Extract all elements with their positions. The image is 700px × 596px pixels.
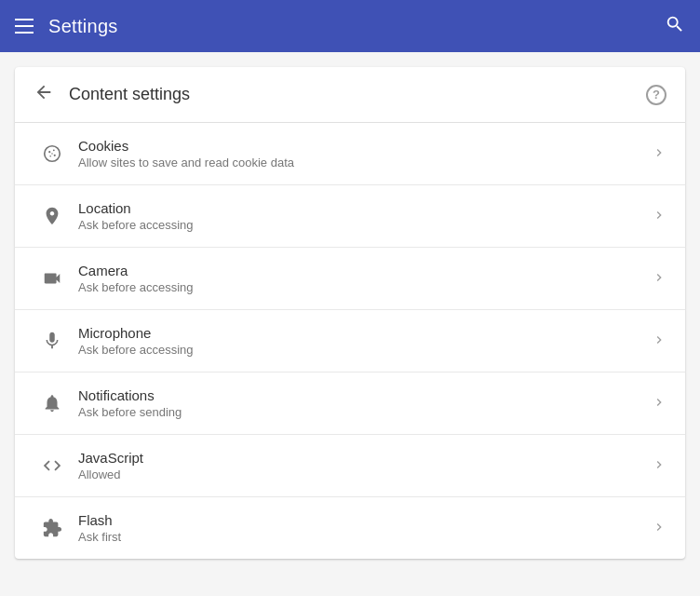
flash-icon <box>34 518 71 538</box>
notifications-icon <box>34 393 71 413</box>
microphone-icon <box>34 331 71 351</box>
javascript-subtitle: Allowed <box>78 467 652 481</box>
javascript-chevron <box>652 457 666 475</box>
location-text: Location Ask before accessing <box>78 200 652 232</box>
camera-icon <box>34 268 71 289</box>
flash-text: Flash Ask first <box>78 512 652 544</box>
search-icon[interactable] <box>665 14 685 39</box>
settings-item-camera[interactable]: Camera Ask before accessing <box>15 248 685 310</box>
notifications-title: Notifications <box>78 387 652 403</box>
camera-text: Camera Ask before accessing <box>78 263 652 294</box>
subheader-left: Content settings <box>34 82 190 107</box>
location-subtitle: Ask before accessing <box>78 218 652 232</box>
javascript-title: JavaScript <box>78 450 652 466</box>
cookies-title: Cookies <box>78 138 652 154</box>
flash-title: Flash <box>78 512 652 528</box>
settings-item-flash[interactable]: Flash Ask first <box>15 497 685 559</box>
settings-item-location[interactable]: Location Ask before accessing <box>15 185 685 248</box>
location-icon <box>34 206 71 226</box>
subheader: Content settings ? <box>15 67 685 123</box>
camera-title: Camera <box>78 263 652 278</box>
menu-icon[interactable] <box>15 19 34 34</box>
content-panel: Content settings ? Cookies Allow sites t… <box>15 67 685 559</box>
camera-subtitle: Ask before accessing <box>78 280 652 294</box>
location-chevron <box>652 208 666 225</box>
svg-point-2 <box>53 149 55 151</box>
svg-point-4 <box>49 156 51 157</box>
microphone-title: Microphone <box>78 325 652 341</box>
cookies-chevron <box>652 145 666 163</box>
notifications-text: Notifications Ask before sending <box>78 387 652 419</box>
subheader-title: Content settings <box>69 85 190 104</box>
microphone-text: Microphone Ask before accessing <box>78 325 652 357</box>
settings-item-cookies[interactable]: Cookies Allow sites to save and read coo… <box>15 123 685 185</box>
settings-item-notifications[interactable]: Notifications Ask before sending <box>15 372 685 435</box>
microphone-subtitle: Ask before accessing <box>78 343 652 357</box>
app-header: Settings <box>0 0 700 52</box>
notifications-chevron <box>652 395 666 413</box>
header-title: Settings <box>48 16 118 37</box>
settings-item-microphone[interactable]: Microphone Ask before accessing <box>15 310 685 372</box>
cookies-icon <box>34 143 71 164</box>
help-icon[interactable]: ? <box>646 85 666 105</box>
microphone-chevron <box>652 332 666 350</box>
notifications-subtitle: Ask before sending <box>78 405 652 419</box>
camera-chevron <box>652 270 666 288</box>
javascript-text: JavaScript Allowed <box>78 450 652 481</box>
header-left: Settings <box>15 16 118 37</box>
flash-subtitle: Ask first <box>78 530 652 544</box>
settings-list: Cookies Allow sites to save and read coo… <box>15 123 685 559</box>
javascript-icon <box>34 455 71 476</box>
flash-chevron <box>652 520 666 537</box>
settings-item-javascript[interactable]: JavaScript Allowed <box>15 435 685 497</box>
cookies-subtitle: Allow sites to save and read cookie data <box>78 156 652 169</box>
back-button[interactable] <box>34 82 54 107</box>
cookies-text: Cookies Allow sites to save and read coo… <box>78 138 652 169</box>
svg-point-1 <box>48 151 50 153</box>
svg-point-5 <box>51 153 52 154</box>
svg-point-3 <box>54 155 56 156</box>
location-title: Location <box>78 200 652 216</box>
